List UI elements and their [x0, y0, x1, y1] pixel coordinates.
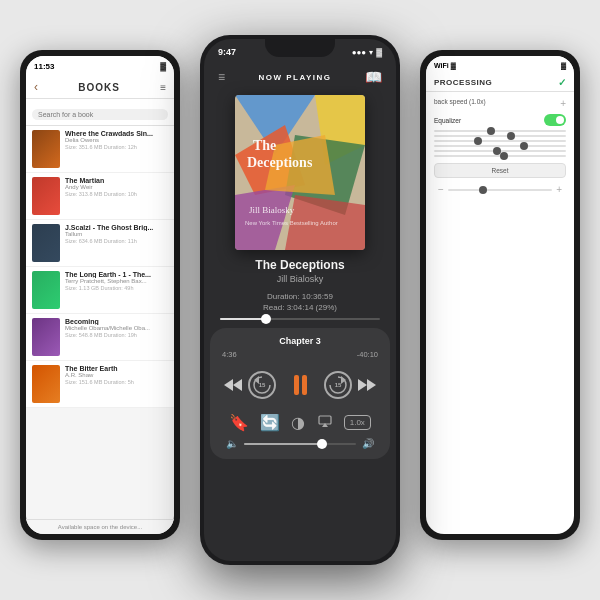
book-author: Delia Owens — [65, 137, 168, 143]
book-info: Where the Crawdads Sin... Delia Owens Si… — [65, 130, 168, 150]
bottom-bar: Available space on the device... — [26, 519, 174, 534]
skip-back-button[interactable]: 15 — [248, 371, 276, 399]
eq-toggle[interactable] — [544, 114, 566, 126]
eq-slider-row — [434, 140, 566, 142]
reset-button[interactable]: Reset — [434, 163, 566, 178]
bookmark-button[interactable]: 🔖 — [229, 413, 249, 432]
left-header: ‹ BOOKS ≡ — [26, 76, 174, 99]
right-header: PROCESSING ✓ — [426, 74, 574, 92]
secondary-controls: 🔖 🔄 ◑ 1.0x — [218, 407, 382, 432]
book-icon[interactable]: 📖 — [365, 69, 382, 85]
main-controls: 15 15 — [218, 363, 382, 407]
vol-thumb[interactable] — [317, 439, 327, 449]
right-phone-screen: WiFi ▓ ▓ PROCESSING ✓ back speed (1.0x) … — [426, 56, 574, 534]
eq-slider-row — [434, 135, 566, 137]
left-battery: ▓ — [160, 62, 166, 71]
right-content: back speed (1.0x) + Equalizer — [426, 92, 574, 201]
search-input[interactable] — [32, 109, 168, 120]
book-cover-thumb — [32, 224, 60, 262]
book-cover-thumb — [32, 365, 60, 403]
time-remaining: -40:10 — [357, 350, 378, 359]
eq-slider-1[interactable] — [434, 135, 566, 137]
refresh-button[interactable]: 🔄 — [260, 413, 280, 432]
book-title: The Bitter Earth — [65, 365, 168, 372]
time-row: 4:36 -40:10 — [218, 350, 382, 363]
duration-label: Duration: 10:36:59 — [204, 292, 396, 301]
menu-icon[interactable]: ≡ — [160, 82, 166, 93]
player-controls: Chapter 3 4:36 -40:10 — [210, 328, 390, 459]
airplay-button[interactable] — [317, 414, 333, 432]
rewind-button[interactable] — [224, 378, 242, 392]
svg-marker-12 — [224, 379, 233, 391]
center-time: 9:47 — [218, 47, 236, 57]
book-list: Where the Crawdads Sin... Delia Owens Si… — [26, 126, 174, 524]
eq-label-row: Equalizer — [434, 114, 566, 126]
list-item[interactable]: The Long Earth - 1 - The... Terry Pratch… — [26, 267, 174, 314]
volume-slider[interactable] — [244, 443, 356, 445]
book-cover-area: The Deceptions Jill Bialosky New York Ti… — [204, 89, 396, 258]
skip-fwd-button[interactable]: 15 — [324, 371, 352, 399]
speed-badge[interactable]: 1.0x — [344, 415, 371, 430]
svg-marker-16 — [367, 379, 376, 391]
speed-label: back speed (1.0x) — [434, 98, 486, 105]
book-title: Where the Crawdads Sin... — [65, 130, 168, 137]
notch — [265, 35, 335, 57]
battery-icon: ▓ — [376, 48, 382, 57]
brightness-button[interactable]: ◑ — [291, 413, 305, 432]
book-author: Terry Pratchett, Stephen Bax... — [65, 278, 168, 284]
pitch-minus[interactable]: − — [438, 184, 444, 195]
eq-slider-row — [434, 155, 566, 157]
pitch-plus[interactable]: + — [556, 184, 562, 195]
center-header: ≡ NOW PLAYING 📖 — [204, 65, 396, 89]
vol-low-icon: 🔈 — [226, 438, 238, 449]
wifi-icon: ▾ — [369, 48, 373, 57]
eq-text: Equalizer — [434, 117, 461, 124]
book-title: J.Scalzi - The Ghost Brig... — [65, 224, 168, 231]
book-cover-thumb — [32, 130, 60, 168]
progress-bar-area[interactable] — [204, 312, 396, 324]
pause-bar-left — [294, 375, 299, 395]
vol-high-icon: 🔊 — [362, 438, 374, 449]
eq-slider-row — [434, 150, 566, 152]
eq-slider-4[interactable] — [434, 150, 566, 152]
book-author: Michelle Obama/Michelle Oba... — [65, 325, 168, 331]
right-status-bar: WiFi ▓ ▓ — [426, 56, 574, 74]
check-icon[interactable]: ✓ — [558, 77, 566, 88]
eq-slider-row — [434, 130, 566, 132]
chapter-label: Chapter 3 — [218, 336, 382, 346]
book-info: Becoming Michelle Obama/Michelle Oba... … — [65, 318, 168, 338]
pause-button[interactable] — [282, 367, 318, 403]
eq-slider-2[interactable] — [434, 140, 566, 142]
list-item[interactable]: Becoming Michelle Obama/Michelle Oba... … — [26, 314, 174, 361]
volume-row: 🔈 🔊 — [218, 432, 382, 449]
pitch-slider[interactable] — [448, 189, 552, 191]
search-bar[interactable] — [26, 99, 174, 126]
book-title: Becoming — [65, 318, 168, 325]
back-arrow-icon[interactable]: ‹ — [34, 80, 38, 94]
eq-sliders — [434, 130, 566, 157]
time-elapsed: 4:36 — [222, 350, 237, 359]
eq-slider-0[interactable] — [434, 130, 566, 132]
book-title: The Martian — [65, 177, 168, 184]
book-meta: Size: 313.8 MB Duration: 10h — [65, 191, 168, 197]
book-cover-thumb — [32, 318, 60, 356]
left-phone-screen: 11:53 ▓ ‹ BOOKS ≡ Where the Crawdads Sin… — [26, 56, 174, 534]
list-item[interactable]: The Bitter Earth A.R. Shaw Size: 151.6 M… — [26, 361, 174, 408]
now-playing-label: NOW PLAYING — [258, 73, 331, 82]
book-title: The Long Earth - 1 - The... — [65, 271, 168, 278]
eq-slider-3[interactable] — [434, 145, 566, 147]
progress-thumb[interactable] — [261, 314, 271, 324]
speed-plus[interactable]: + — [560, 98, 566, 109]
progress-fill — [220, 318, 266, 320]
hamburger-icon[interactable]: ≡ — [218, 70, 225, 84]
fast-forward-button[interactable] — [358, 378, 376, 392]
progress-track[interactable] — [220, 318, 380, 320]
center-status-icons: ●●● ▾ ▓ — [352, 48, 382, 57]
center-phone: 9:47 ●●● ▾ ▓ ≡ NOW PLAYING 📖 — [200, 35, 400, 565]
speed-row: back speed (1.0x) + — [434, 98, 566, 109]
list-item[interactable]: The Martian Andy Weir Size: 313.8 MB Dur… — [26, 173, 174, 220]
eq-slider-5[interactable] — [434, 155, 566, 157]
scene: 11:53 ▓ ‹ BOOKS ≡ Where the Crawdads Sin… — [10, 20, 590, 580]
list-item[interactable]: Where the Crawdads Sin... Delia Owens Si… — [26, 126, 174, 173]
list-item[interactable]: J.Scalzi - The Ghost Brig... Tallum Size… — [26, 220, 174, 267]
